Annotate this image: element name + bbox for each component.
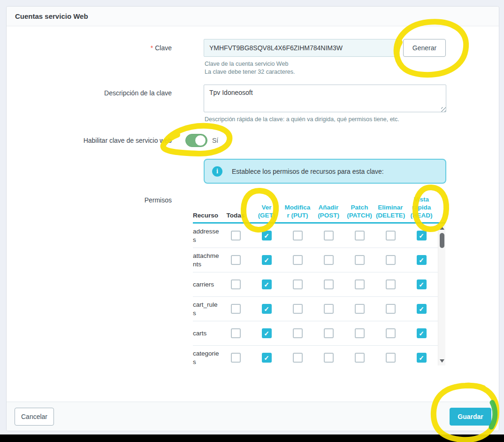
- bottom-black-bar: [0, 434, 504, 442]
- resource-name: attachments: [193, 252, 220, 269]
- clave-label: *Clave: [7, 44, 172, 52]
- checkbox-addresses-head[interactable]: ✓: [417, 231, 427, 240]
- table-row: cart_rules✓✓: [193, 297, 445, 321]
- column-header-head: Vistarápida(HEAD): [406, 195, 437, 219]
- descripcion-label: Descripción de la clave: [7, 89, 172, 97]
- checkbox-attachments-put[interactable]: [293, 255, 303, 265]
- column-header-post: Añadir(POST): [313, 203, 344, 219]
- table-row: carriers✓✓: [193, 272, 445, 297]
- checkbox-carriers-get[interactable]: ✓: [262, 279, 272, 289]
- checkbox-categories-head[interactable]: ✓: [417, 353, 427, 363]
- checkbox-categories-put[interactable]: [293, 353, 303, 363]
- scroll-down-arrow-icon[interactable]: [440, 359, 444, 363]
- checkbox-categories-post[interactable]: [324, 353, 334, 363]
- checkbox-attachments-head[interactable]: ✓: [417, 255, 427, 265]
- webservice-account-panel: Cuentas servicio Web *Clave Generar Clav…: [6, 6, 499, 431]
- info-alert-text: Establece los permisos de recursos para …: [232, 168, 384, 175]
- guardar-button[interactable]: Guardar: [450, 408, 491, 426]
- clave-help-1: Clave de la cuenta servicio Web: [205, 60, 288, 68]
- panel-title: Cuentas servicio Web: [7, 7, 499, 26]
- permissions-table-body: addresses✓✓attachments✓✓carriers✓✓cart_r…: [193, 224, 445, 365]
- resource-name: carts: [193, 329, 220, 338]
- checkbox-cart_rules-post[interactable]: [324, 304, 334, 314]
- checkbox-addresses-post[interactable]: [324, 231, 334, 240]
- table-row: addresses✓✓: [193, 224, 445, 248]
- checkbox-carriers-post[interactable]: [324, 279, 334, 289]
- checkbox-carts-delete[interactable]: [386, 328, 396, 338]
- descripcion-help: Descripción rápida de la clave: a quién …: [205, 116, 399, 124]
- checkbox-addresses-patch[interactable]: [355, 231, 365, 240]
- resource-name: categories: [193, 349, 220, 366]
- info-icon: i: [212, 166, 222, 177]
- checkbox-carts-get[interactable]: ✓: [262, 328, 272, 338]
- panel-footer: Cancelar Guardar: [7, 402, 499, 431]
- resource-name: carriers: [193, 280, 220, 289]
- permissions-info-alert: i Establece los permisos de recursos par…: [204, 159, 446, 184]
- checkbox-cart_rules-head[interactable]: ✓: [417, 304, 427, 314]
- checkbox-addresses-delete[interactable]: [386, 231, 396, 240]
- table-scrollbar[interactable]: [438, 224, 445, 365]
- table-row: categories✓✓: [193, 346, 445, 365]
- resource-name: cart_rules: [193, 301, 220, 318]
- checkbox-cart_rules-put[interactable]: [293, 304, 303, 314]
- checkbox-carriers-delete[interactable]: [386, 279, 396, 289]
- column-header-get: Ver(GET): [251, 203, 282, 219]
- checkbox-categories-todas[interactable]: [231, 353, 241, 363]
- checkbox-carriers-put[interactable]: [293, 279, 303, 289]
- checkbox-carts-head[interactable]: ✓: [417, 328, 427, 338]
- checkbox-carts-post[interactable]: [324, 328, 334, 338]
- checkbox-addresses-get[interactable]: ✓: [262, 231, 272, 240]
- descripcion-textarea[interactable]: Tpv Idoneosoft: [204, 85, 446, 112]
- checkbox-addresses-todas[interactable]: [231, 231, 241, 240]
- scrollbar-thumb[interactable]: [440, 233, 444, 248]
- checkbox-cart_rules-delete[interactable]: [386, 304, 396, 314]
- column-header-todas: Todas: [220, 211, 251, 219]
- column-header-put: Modificar (PUT): [282, 203, 313, 219]
- checkbox-attachments-todas[interactable]: [231, 255, 241, 265]
- column-header-resource: Recurso: [193, 211, 220, 219]
- checkbox-carts-put[interactable]: [293, 328, 303, 338]
- cancelar-button[interactable]: Cancelar: [15, 408, 54, 426]
- permisos-label: Permisos: [7, 196, 172, 204]
- checkbox-carriers-todas[interactable]: [231, 279, 241, 289]
- checkbox-categories-patch[interactable]: [355, 353, 365, 363]
- checkbox-attachments-post[interactable]: [324, 255, 334, 265]
- permissions-table: RecursoTodasVer(GET)Modificar (PUT)Añadi…: [193, 195, 445, 365]
- toggle-state-label: Sí: [212, 137, 218, 144]
- checkbox-attachments-patch[interactable]: [355, 255, 365, 265]
- column-header-delete: Eliminar(DELETE): [375, 203, 406, 219]
- checkbox-carts-todas[interactable]: [231, 328, 241, 338]
- checkbox-attachments-delete[interactable]: [386, 255, 396, 265]
- checkbox-categories-delete[interactable]: [386, 353, 396, 363]
- table-row: carts✓✓: [193, 321, 445, 346]
- habilitar-label: Habilitar clave de servicio web: [7, 137, 172, 145]
- generar-button[interactable]: Generar: [403, 39, 446, 57]
- column-header-patch: Patch(PATCH): [344, 203, 375, 219]
- clave-help-2: La clave debe tener 32 caracteres.: [205, 68, 295, 76]
- textarea-resize-grip[interactable]: [441, 107, 446, 112]
- scroll-up-arrow-icon[interactable]: [440, 226, 444, 230]
- toggle-knob: [195, 135, 206, 146]
- checkbox-carriers-patch[interactable]: [355, 279, 365, 289]
- checkbox-cart_rules-patch[interactable]: [355, 304, 365, 314]
- checkbox-attachments-get[interactable]: ✓: [262, 255, 272, 265]
- checkbox-cart_rules-get[interactable]: ✓: [262, 304, 272, 314]
- checkbox-cart_rules-todas[interactable]: [231, 304, 241, 314]
- checkbox-carts-patch[interactable]: [355, 328, 365, 338]
- resource-name: addresses: [193, 227, 220, 244]
- table-row: attachments✓✓: [193, 248, 445, 272]
- checkbox-categories-get[interactable]: ✓: [262, 353, 272, 363]
- enable-webservice-toggle[interactable]: [185, 134, 207, 147]
- checkbox-addresses-put[interactable]: [293, 231, 303, 240]
- permissions-table-header: RecursoTodasVer(GET)Modificar (PUT)Añadi…: [193, 195, 445, 224]
- clave-input[interactable]: [204, 39, 397, 57]
- required-asterisk: *: [151, 44, 153, 52]
- checkbox-carriers-head[interactable]: ✓: [417, 279, 427, 289]
